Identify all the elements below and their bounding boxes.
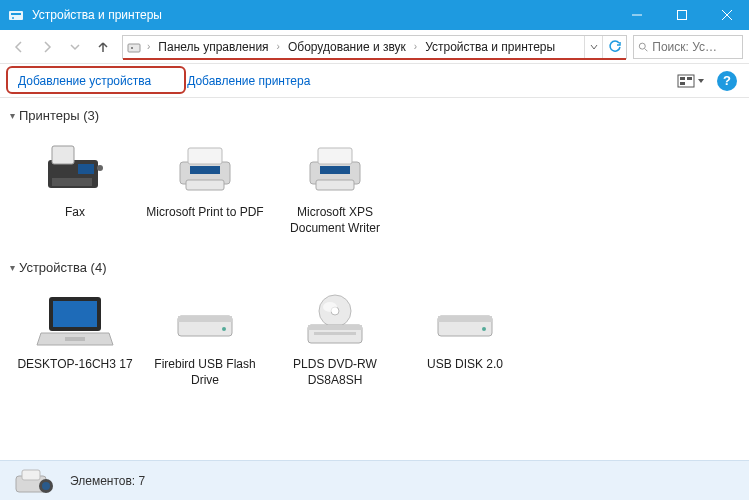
device-item[interactable]: Fax xyxy=(10,131,140,242)
svg-point-33 xyxy=(222,327,226,331)
device-label: Microsoft XPS Document Writer xyxy=(275,205,395,236)
svg-rect-18 xyxy=(52,178,92,186)
location-icon xyxy=(123,39,145,55)
device-item[interactable]: DESKTOP-16CH3 17 xyxy=(10,283,140,394)
svg-point-36 xyxy=(323,302,337,312)
search-input[interactable] xyxy=(652,40,738,54)
device-label: USB DISK 2.0 xyxy=(427,357,503,373)
device-item[interactable]: Microsoft XPS Document Writer xyxy=(270,131,400,242)
crumb-item[interactable]: Оборудование и звук xyxy=(282,40,412,54)
status-text: Элементов: 7 xyxy=(70,474,145,488)
add-printer-button[interactable]: Добавление принтера xyxy=(181,70,316,92)
printer-icon xyxy=(165,137,245,201)
device-label: Microsoft Print to PDF xyxy=(146,205,263,221)
svg-rect-22 xyxy=(190,166,220,174)
svg-point-8 xyxy=(131,47,133,49)
add-device-button[interactable]: Добавление устройства xyxy=(12,70,157,92)
chevron-right-icon: › xyxy=(145,41,152,52)
svg-rect-23 xyxy=(186,180,224,190)
status-icon xyxy=(10,465,58,497)
statusbar: Элементов: 7 xyxy=(0,460,749,500)
help-button[interactable]: ? xyxy=(717,71,737,91)
view-options-button[interactable] xyxy=(677,74,705,88)
laptop-icon xyxy=(35,289,115,353)
svg-rect-14 xyxy=(680,82,685,85)
group-header-printers[interactable]: ▾ Принтеры (3) xyxy=(0,102,749,129)
minimize-button[interactable] xyxy=(614,0,659,30)
device-label: Firebird USB Flash Drive xyxy=(145,357,265,388)
chevron-down-icon: ▾ xyxy=(10,110,15,121)
maximize-button[interactable] xyxy=(659,0,704,30)
svg-rect-39 xyxy=(314,332,356,335)
titlebar: Устройства и принтеры xyxy=(0,0,749,30)
svg-rect-27 xyxy=(316,180,354,190)
svg-rect-16 xyxy=(52,146,74,164)
svg-rect-29 xyxy=(53,301,97,327)
chevron-right-icon: › xyxy=(412,41,419,52)
search-icon xyxy=(638,41,648,53)
svg-rect-26 xyxy=(320,166,350,174)
chevron-down-icon: ▾ xyxy=(10,262,15,273)
optical-drive-icon xyxy=(295,289,375,353)
svg-point-2 xyxy=(12,17,14,19)
device-label: PLDS DVD-RW DS8A8SH xyxy=(275,357,395,388)
svg-rect-25 xyxy=(318,148,352,164)
back-button[interactable] xyxy=(6,34,32,60)
group-items: DESKTOP-16CH3 17 Firebird USB Flash Driv… xyxy=(0,281,749,406)
svg-rect-21 xyxy=(188,148,222,164)
svg-rect-12 xyxy=(680,77,685,80)
forward-button[interactable] xyxy=(34,34,60,60)
svg-rect-38 xyxy=(308,325,362,330)
group-title: Устройства (4) xyxy=(19,260,107,275)
svg-rect-4 xyxy=(677,11,686,20)
group-items: Fax Microsoft Print to PDF Microsoft XPS… xyxy=(0,129,749,254)
breadcrumb-dropdown[interactable] xyxy=(584,36,602,58)
svg-point-9 xyxy=(639,43,645,49)
device-item[interactable]: Firebird USB Flash Drive xyxy=(140,283,270,394)
window-title: Устройства и принтеры xyxy=(32,8,614,22)
fax-icon xyxy=(35,137,115,201)
recent-button[interactable] xyxy=(62,34,88,60)
svg-point-46 xyxy=(42,482,50,490)
device-label: DESKTOP-16CH3 17 xyxy=(17,357,132,373)
device-item[interactable]: Microsoft Print to PDF xyxy=(140,131,270,242)
svg-rect-0 xyxy=(9,11,23,20)
group-title: Принтеры (3) xyxy=(19,108,99,123)
svg-line-10 xyxy=(645,48,648,51)
svg-point-42 xyxy=(482,327,486,331)
drive-icon xyxy=(165,289,245,353)
svg-rect-7 xyxy=(128,44,140,52)
group-header-devices[interactable]: ▾ Устройства (4) xyxy=(0,254,749,281)
search-box[interactable] xyxy=(633,35,743,59)
chevron-down-icon xyxy=(697,77,705,85)
svg-point-19 xyxy=(97,165,103,171)
svg-rect-41 xyxy=(438,316,492,322)
drive-icon xyxy=(425,289,505,353)
svg-rect-11 xyxy=(678,75,694,87)
device-label: Fax xyxy=(65,205,85,221)
content-area: ▾ Принтеры (3) Fax Microsoft Print to PD… xyxy=(0,98,749,460)
toolbar: Добавление устройства Добавление принтер… xyxy=(0,64,749,98)
svg-rect-13 xyxy=(687,77,692,80)
crumb-item[interactable]: Устройства и принтеры xyxy=(419,40,561,54)
crumb-item[interactable]: Панель управления xyxy=(152,40,274,54)
navbar: › Панель управления › Оборудование и зву… xyxy=(0,30,749,64)
close-button[interactable] xyxy=(704,0,749,30)
up-button[interactable] xyxy=(90,34,116,60)
highlight-underline xyxy=(123,58,626,60)
svg-rect-17 xyxy=(78,164,94,174)
device-item[interactable]: USB DISK 2.0 xyxy=(400,283,530,394)
breadcrumb[interactable]: › Панель управления › Оборудование и зву… xyxy=(122,35,627,59)
svg-rect-30 xyxy=(65,337,85,341)
device-item[interactable]: PLDS DVD-RW DS8A8SH xyxy=(270,283,400,394)
svg-rect-32 xyxy=(178,316,232,322)
chevron-right-icon: › xyxy=(275,41,282,52)
svg-rect-1 xyxy=(11,13,21,15)
app-icon xyxy=(8,7,24,23)
printer-icon xyxy=(295,137,375,201)
refresh-button[interactable] xyxy=(602,36,626,58)
svg-rect-44 xyxy=(22,470,40,480)
